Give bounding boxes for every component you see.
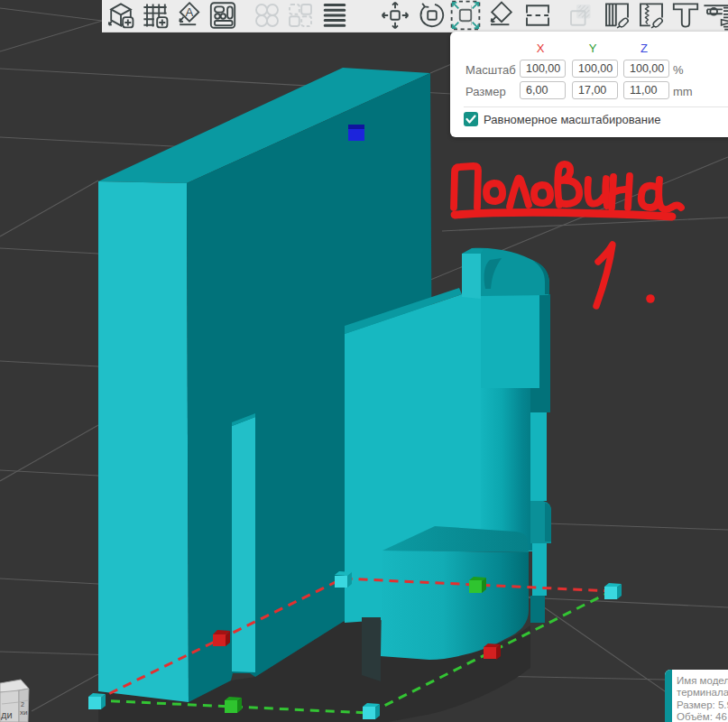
svg-text:ди: ди xyxy=(1,709,13,720)
svg-text:A: A xyxy=(186,5,194,19)
svg-text:хи: хи xyxy=(20,708,27,717)
svg-text:2: 2 xyxy=(21,701,24,708)
